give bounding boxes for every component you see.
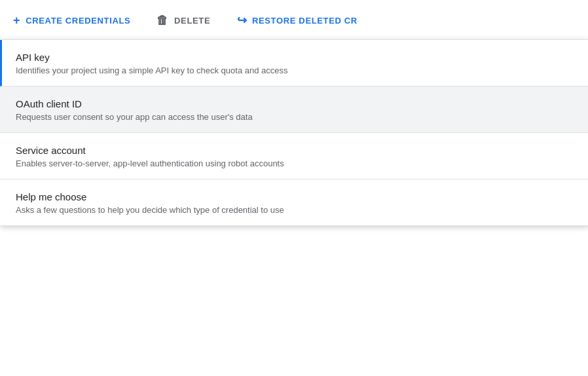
dropdown-item-title: API key <box>16 52 573 63</box>
dropdown-item-description: Enables server-to-server, app-level auth… <box>16 159 573 168</box>
trash-icon: 🗑 <box>156 14 169 28</box>
dropdown-item-api-key[interactable]: API keyIdentifies your project using a s… <box>0 40 588 86</box>
dropdown-item-description: Identifies your project using a simple A… <box>16 66 573 75</box>
restore-label: RESTORE DELETED CR <box>252 16 358 26</box>
dropdown-item-description: Asks a few questions to help you decide … <box>16 205 573 215</box>
create-credentials-label: CREATE CREDENTIALS <box>26 16 130 26</box>
restore-deleted-button[interactable]: ↩ RESTORE DELETED CR <box>234 8 360 33</box>
credentials-dropdown: API keyIdentifies your project using a s… <box>0 39 588 226</box>
dropdown-item-help-me-choose[interactable]: Help me chooseAsks a few questions to he… <box>0 179 588 225</box>
dropdown-item-oauth-client-id[interactable]: OAuth client IDRequests user consent so … <box>0 86 588 133</box>
restore-icon: ↩ <box>236 13 247 28</box>
delete-button[interactable]: 🗑 DELETE <box>154 9 213 33</box>
dropdown-item-title: Help me choose <box>16 191 573 202</box>
dropdown-item-description: Requests user consent so your app can ac… <box>16 112 573 122</box>
toolbar: + CREATE CREDENTIALS 🗑 DELETE ↩ RESTORE … <box>0 0 588 41</box>
dropdown-item-title: Service account <box>16 145 573 156</box>
dropdown-item-title: OAuth client ID <box>16 98 573 109</box>
dropdown-item-service-account[interactable]: Service accountEnables server-to-server,… <box>0 133 588 179</box>
plus-icon: + <box>13 14 20 28</box>
create-credentials-button[interactable]: + CREATE CREDENTIALS <box>10 9 133 33</box>
delete-label: DELETE <box>174 16 210 26</box>
